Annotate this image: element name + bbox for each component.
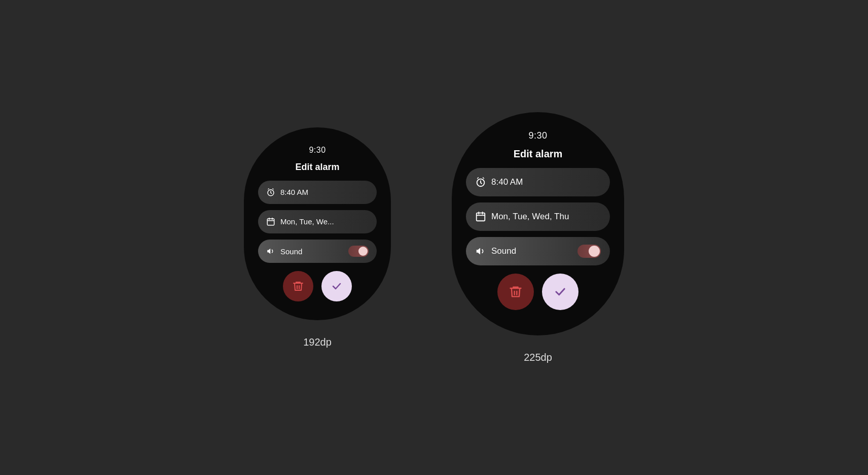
screen-title: Edit alarm <box>295 162 339 173</box>
alarm-time-label: 8:40 AM <box>491 177 601 187</box>
alarm-time-button[interactable]: 8:40 AM <box>258 181 377 204</box>
svg-rect-1 <box>267 219 274 225</box>
watch-time: 9:30 <box>528 130 547 141</box>
sound-toggle-button[interactable]: Sound <box>466 237 610 265</box>
schedule-label: Mon, Tue, Wed, Thu <box>491 212 601 222</box>
screen-title: Edit alarm <box>514 148 563 160</box>
confirm-button[interactable] <box>321 271 352 301</box>
watch-face-small: 9:30Edit alarm 8:40 AM Mon, Tue, We... <box>244 127 391 320</box>
schedule-button[interactable]: Mon, Tue, Wed, Thu <box>466 202 610 231</box>
delete-button[interactable] <box>497 274 534 310</box>
dp-label: 225dp <box>524 352 552 363</box>
sound-label: Sound <box>491 246 572 256</box>
watch-time: 9:30 <box>309 146 326 155</box>
delete-button[interactable] <box>283 271 313 301</box>
sound-icon <box>266 247 275 256</box>
clock-icon <box>475 177 486 188</box>
checkmark-icon <box>553 285 567 299</box>
watch-face-large: 9:30Edit alarm 8:40 AM Mon, Tue, Wed, Th… <box>452 112 624 335</box>
watch-container-small: 9:30Edit alarm 8:40 AM Mon, Tue, We... <box>244 127 391 348</box>
confirm-button[interactable] <box>542 274 578 310</box>
calendar-icon <box>475 211 486 222</box>
calendar-icon <box>266 217 275 226</box>
toggle-knob <box>589 246 600 257</box>
clock-icon <box>266 188 275 197</box>
sound-toggle-button[interactable]: Sound <box>258 240 377 263</box>
action-buttons-row <box>497 274 578 310</box>
svg-rect-3 <box>477 213 485 221</box>
sound-icon <box>475 246 486 257</box>
sound-toggle[interactable] <box>348 246 369 257</box>
dp-label: 192dp <box>303 336 332 348</box>
schedule-button[interactable]: Mon, Tue, We... <box>258 210 377 233</box>
watch-container-large: 9:30Edit alarm 8:40 AM Mon, Tue, Wed, Th… <box>452 112 624 363</box>
sound-label: Sound <box>280 247 343 256</box>
alarm-time-label: 8:40 AM <box>280 188 369 196</box>
schedule-label: Mon, Tue, We... <box>280 217 369 226</box>
trash-icon <box>292 280 304 292</box>
action-buttons-row <box>283 271 352 301</box>
sound-toggle[interactable] <box>577 245 601 258</box>
trash-icon <box>509 285 523 299</box>
alarm-time-button[interactable]: 8:40 AM <box>466 168 610 196</box>
toggle-knob <box>358 247 368 256</box>
checkmark-icon <box>331 280 343 292</box>
